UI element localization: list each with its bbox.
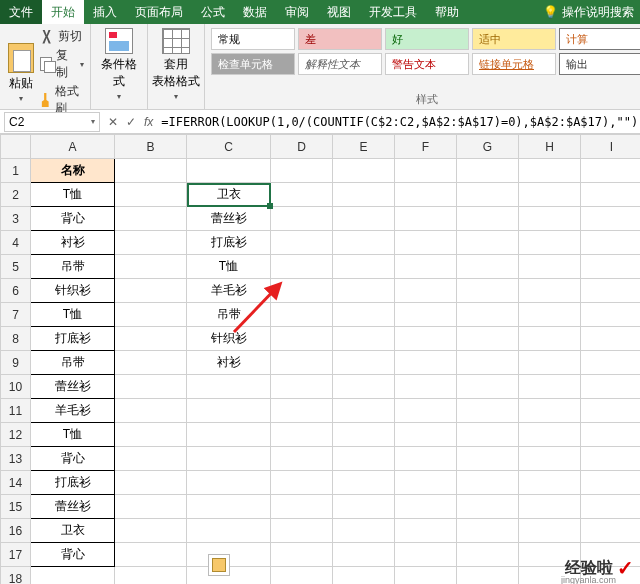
menu-tab-help[interactable]: 帮助 (426, 0, 468, 24)
cell-G14[interactable] (457, 471, 519, 495)
cell-G1[interactable] (457, 159, 519, 183)
menu-tab-view[interactable]: 视图 (318, 0, 360, 24)
cell-I16[interactable] (581, 519, 641, 543)
cell-F1[interactable] (395, 159, 457, 183)
col-header-C[interactable]: C (187, 135, 271, 159)
paste-button[interactable]: 粘贴 ▾ (6, 28, 36, 117)
row-header[interactable]: 16 (1, 519, 31, 543)
cell-B10[interactable] (115, 375, 187, 399)
cell-G11[interactable] (457, 399, 519, 423)
cell-I4[interactable] (581, 231, 641, 255)
cell-G16[interactable] (457, 519, 519, 543)
cell-F10[interactable] (395, 375, 457, 399)
cell-H4[interactable] (519, 231, 581, 255)
cell-A12[interactable]: T恤 (31, 423, 115, 447)
row-header[interactable]: 17 (1, 543, 31, 567)
cell-D7[interactable] (271, 303, 333, 327)
table-format-button[interactable]: 套用 表格格式 ▾ (154, 28, 198, 101)
row-header[interactable]: 8 (1, 327, 31, 351)
cell-I15[interactable] (581, 495, 641, 519)
cell-I14[interactable] (581, 471, 641, 495)
cell-I6[interactable] (581, 279, 641, 303)
cell-G5[interactable] (457, 255, 519, 279)
cell-C16[interactable] (187, 519, 271, 543)
cell-C5[interactable]: T恤 (187, 255, 271, 279)
cell-H6[interactable] (519, 279, 581, 303)
cell-F6[interactable] (395, 279, 457, 303)
cell-F2[interactable] (395, 183, 457, 207)
cell-E3[interactable] (333, 207, 395, 231)
formula-input[interactable] (157, 114, 640, 130)
row-header[interactable]: 11 (1, 399, 31, 423)
row-header[interactable]: 1 (1, 159, 31, 183)
cell-E14[interactable] (333, 471, 395, 495)
row-header[interactable]: 12 (1, 423, 31, 447)
row-header[interactable]: 5 (1, 255, 31, 279)
style-neutral[interactable]: 适中 (472, 28, 556, 50)
cell-H12[interactable] (519, 423, 581, 447)
cell-D17[interactable] (271, 543, 333, 567)
cell-H1[interactable] (519, 159, 581, 183)
cell-D9[interactable] (271, 351, 333, 375)
col-header-F[interactable]: F (395, 135, 457, 159)
row-header[interactable]: 13 (1, 447, 31, 471)
col-header-I[interactable]: I (581, 135, 641, 159)
menu-tab-data[interactable]: 数据 (234, 0, 276, 24)
cell-G12[interactable] (457, 423, 519, 447)
cell-G9[interactable] (457, 351, 519, 375)
cell-H9[interactable] (519, 351, 581, 375)
cell-C8[interactable]: 针织衫 (187, 327, 271, 351)
cell-H13[interactable] (519, 447, 581, 471)
cell-B5[interactable] (115, 255, 187, 279)
style-normal[interactable]: 常规 (211, 28, 295, 50)
cell-E2[interactable] (333, 183, 395, 207)
cell-A7[interactable]: T恤 (31, 303, 115, 327)
cell-B14[interactable] (115, 471, 187, 495)
row-header[interactable]: 14 (1, 471, 31, 495)
cell-F4[interactable] (395, 231, 457, 255)
cell-D16[interactable] (271, 519, 333, 543)
cell-E12[interactable] (333, 423, 395, 447)
style-output[interactable]: 输出 (559, 53, 640, 75)
cell-F15[interactable] (395, 495, 457, 519)
style-warning[interactable]: 警告文本 (385, 53, 469, 75)
cell-G3[interactable] (457, 207, 519, 231)
cell-I8[interactable] (581, 327, 641, 351)
cell-B8[interactable] (115, 327, 187, 351)
cell-B2[interactable] (115, 183, 187, 207)
cell-G10[interactable] (457, 375, 519, 399)
cell-F11[interactable] (395, 399, 457, 423)
style-explain[interactable]: 解释性文本 (298, 53, 382, 75)
cell-E10[interactable] (333, 375, 395, 399)
cell-B17[interactable] (115, 543, 187, 567)
paste-options-button[interactable] (208, 554, 230, 576)
cell-B7[interactable] (115, 303, 187, 327)
cell-E13[interactable] (333, 447, 395, 471)
cell-C1[interactable] (187, 159, 271, 183)
menu-tab-review[interactable]: 审阅 (276, 0, 318, 24)
cell-F9[interactable] (395, 351, 457, 375)
cell-I13[interactable] (581, 447, 641, 471)
cell-A6[interactable]: 针织衫 (31, 279, 115, 303)
row-header[interactable]: 4 (1, 231, 31, 255)
cell-C15[interactable] (187, 495, 271, 519)
cell-A1[interactable]: 名称 (31, 159, 115, 183)
accept-formula-button[interactable]: ✓ (122, 115, 140, 129)
menu-file[interactable]: 文件 (0, 0, 42, 24)
col-header-A[interactable]: A (31, 135, 115, 159)
cell-B13[interactable] (115, 447, 187, 471)
menu-tab-formulas[interactable]: 公式 (192, 0, 234, 24)
cancel-formula-button[interactable]: ✕ (104, 115, 122, 129)
cell-G2[interactable] (457, 183, 519, 207)
cell-F17[interactable] (395, 543, 457, 567)
cell-F3[interactable] (395, 207, 457, 231)
cell-A16[interactable]: 卫衣 (31, 519, 115, 543)
cell-C14[interactable] (187, 471, 271, 495)
col-header-G[interactable]: G (457, 135, 519, 159)
cell-I12[interactable] (581, 423, 641, 447)
cell-A2[interactable]: T恤 (31, 183, 115, 207)
cell-A11[interactable]: 羊毛衫 (31, 399, 115, 423)
cell-D6[interactable] (271, 279, 333, 303)
cell-A5[interactable]: 吊带 (31, 255, 115, 279)
cell-C2[interactable]: 卫衣 (187, 183, 271, 207)
